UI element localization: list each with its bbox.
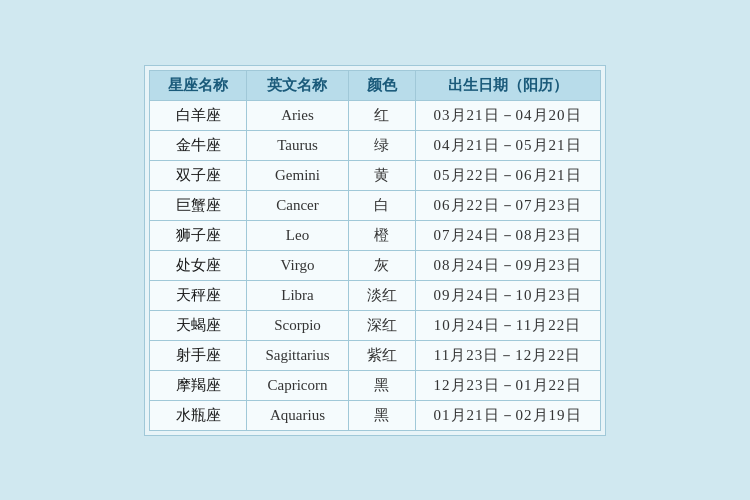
cell-english-name: Aquarius	[247, 400, 348, 430]
cell-chinese-name: 处女座	[150, 250, 247, 280]
table-row: 摩羯座Capricorn黑12月23日－01月22日	[150, 370, 600, 400]
cell-dates: 12月23日－01月22日	[415, 370, 600, 400]
header-chinese-name: 星座名称	[150, 70, 247, 100]
header-dates: 出生日期（阳历）	[415, 70, 600, 100]
cell-dates: 09月24日－10月23日	[415, 280, 600, 310]
cell-dates: 05月22日－06月21日	[415, 160, 600, 190]
cell-chinese-name: 天蝎座	[150, 310, 247, 340]
table-row: 射手座Sagittarius紫红11月23日－12月22日	[150, 340, 600, 370]
zodiac-table-container: 星座名称 英文名称 颜色 出生日期（阳历） 白羊座Aries红03月21日－04…	[144, 65, 605, 436]
header-english-name: 英文名称	[247, 70, 348, 100]
table-row: 双子座Gemini黄05月22日－06月21日	[150, 160, 600, 190]
cell-color: 深红	[348, 310, 415, 340]
cell-chinese-name: 狮子座	[150, 220, 247, 250]
zodiac-table: 星座名称 英文名称 颜色 出生日期（阳历） 白羊座Aries红03月21日－04…	[149, 70, 600, 431]
cell-color: 淡红	[348, 280, 415, 310]
cell-english-name: Taurus	[247, 130, 348, 160]
cell-chinese-name: 摩羯座	[150, 370, 247, 400]
table-row: 水瓶座Aquarius黑01月21日－02月19日	[150, 400, 600, 430]
cell-english-name: Cancer	[247, 190, 348, 220]
cell-dates: 08月24日－09月23日	[415, 250, 600, 280]
cell-dates: 04月21日－05月21日	[415, 130, 600, 160]
cell-chinese-name: 金牛座	[150, 130, 247, 160]
cell-english-name: Aries	[247, 100, 348, 130]
cell-color: 红	[348, 100, 415, 130]
cell-chinese-name: 白羊座	[150, 100, 247, 130]
cell-english-name: Capricorn	[247, 370, 348, 400]
cell-chinese-name: 巨蟹座	[150, 190, 247, 220]
table-row: 巨蟹座Cancer白06月22日－07月23日	[150, 190, 600, 220]
table-row: 处女座Virgo灰08月24日－09月23日	[150, 250, 600, 280]
cell-english-name: Leo	[247, 220, 348, 250]
cell-dates: 10月24日－11月22日	[415, 310, 600, 340]
cell-chinese-name: 双子座	[150, 160, 247, 190]
table-row: 天秤座Libra淡红09月24日－10月23日	[150, 280, 600, 310]
cell-color: 黑	[348, 370, 415, 400]
cell-color: 橙	[348, 220, 415, 250]
cell-color: 灰	[348, 250, 415, 280]
cell-dates: 01月21日－02月19日	[415, 400, 600, 430]
table-row: 天蝎座Scorpio深红10月24日－11月22日	[150, 310, 600, 340]
table-row: 金牛座Taurus绿04月21日－05月21日	[150, 130, 600, 160]
cell-color: 紫红	[348, 340, 415, 370]
cell-color: 黄	[348, 160, 415, 190]
cell-dates: 03月21日－04月20日	[415, 100, 600, 130]
table-row: 狮子座Leo橙07月24日－08月23日	[150, 220, 600, 250]
cell-dates: 06月22日－07月23日	[415, 190, 600, 220]
cell-dates: 07月24日－08月23日	[415, 220, 600, 250]
cell-color: 黑	[348, 400, 415, 430]
table-body: 白羊座Aries红03月21日－04月20日金牛座Taurus绿04月21日－0…	[150, 100, 600, 430]
cell-english-name: Scorpio	[247, 310, 348, 340]
cell-color: 绿	[348, 130, 415, 160]
cell-english-name: Libra	[247, 280, 348, 310]
table-header-row: 星座名称 英文名称 颜色 出生日期（阳历）	[150, 70, 600, 100]
cell-english-name: Gemini	[247, 160, 348, 190]
header-color: 颜色	[348, 70, 415, 100]
cell-english-name: Sagittarius	[247, 340, 348, 370]
cell-dates: 11月23日－12月22日	[415, 340, 600, 370]
cell-chinese-name: 水瓶座	[150, 400, 247, 430]
cell-chinese-name: 天秤座	[150, 280, 247, 310]
cell-color: 白	[348, 190, 415, 220]
cell-english-name: Virgo	[247, 250, 348, 280]
cell-chinese-name: 射手座	[150, 340, 247, 370]
table-row: 白羊座Aries红03月21日－04月20日	[150, 100, 600, 130]
